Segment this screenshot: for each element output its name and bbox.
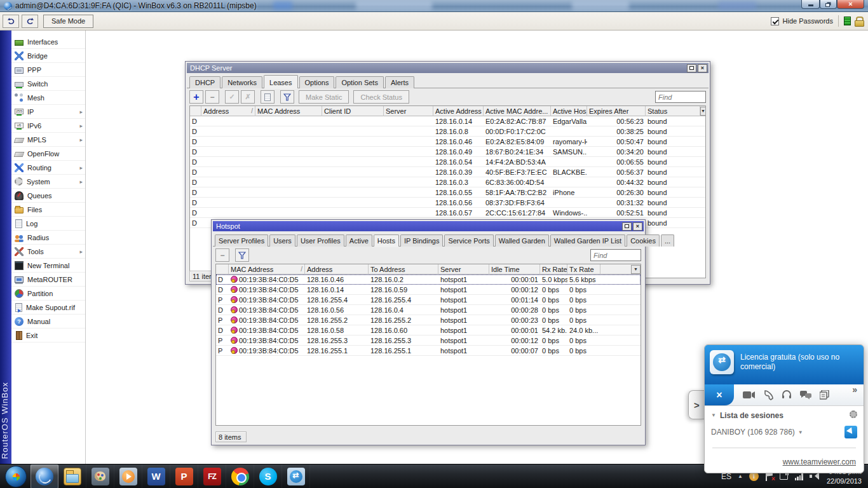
sidebar-item[interactable]: Switch bbox=[11, 77, 85, 91]
start-button[interactable] bbox=[5, 466, 27, 487]
column-header-mac[interactable]: MAC Address/ bbox=[229, 264, 305, 274]
remove-button[interactable]: − bbox=[215, 248, 229, 262]
sidebar-item[interactable]: Tools ▸ bbox=[11, 245, 85, 259]
add-button[interactable]: + bbox=[189, 90, 203, 104]
sidebar-item[interactable]: Partition bbox=[11, 287, 85, 301]
hotspot-tab[interactable]: ... bbox=[661, 234, 674, 247]
sidebar-item[interactable]: Queues bbox=[11, 189, 85, 203]
sidebar-item[interactable]: Make Supout.rif bbox=[11, 301, 85, 315]
column-header-expires[interactable]: Expires After bbox=[587, 106, 646, 116]
hotspot-tab[interactable]: Hosts bbox=[374, 234, 399, 247]
more-actions-icon[interactable]: » bbox=[852, 384, 864, 405]
hotspot-tab[interactable]: IP Bindings bbox=[400, 234, 443, 247]
dhcp-lease-row[interactable]: D 128.16.0.55 58:1F:AA:7B:C2:B2 iPhone 0… bbox=[190, 187, 705, 198]
hide-passwords-checkbox[interactable] bbox=[771, 17, 779, 25]
column-select-dropdown[interactable]: ▼ bbox=[700, 107, 706, 116]
sidebar-item[interactable]: 255 IP ▸ bbox=[11, 105, 85, 119]
phone-call-icon[interactable] bbox=[763, 390, 773, 400]
hotspot-host-row[interactable]: D 00:19:3B:84:C0:D5 128.16.0.46 128.16.0… bbox=[216, 274, 641, 285]
column-header-status[interactable]: Status bbox=[646, 106, 700, 116]
session-settings-gear-icon[interactable] bbox=[850, 410, 857, 420]
check-status-button[interactable]: Check Status bbox=[353, 90, 409, 104]
hotspot-tab[interactable]: User Profiles bbox=[297, 234, 344, 247]
sidebar-item[interactable]: Interfaces bbox=[11, 35, 85, 49]
hotspot-host-row[interactable]: D 00:19:3B:84:C0:D5 128.16.0.14 128.16.0… bbox=[216, 285, 641, 295]
hotspot-tab[interactable]: Users bbox=[269, 234, 295, 247]
hotspot-tab[interactable]: Active bbox=[346, 234, 372, 247]
video-call-icon[interactable] bbox=[743, 391, 755, 399]
sidebar-item[interactable]: Log bbox=[11, 217, 85, 231]
hotspot-host-row[interactable]: P 00:19:3B:84:C0:D5 128.16.255.2 128.16.… bbox=[216, 315, 641, 325]
taskbar-app-button[interactable] bbox=[114, 464, 142, 488]
sidebar-item[interactable]: Exit bbox=[11, 329, 85, 342]
comment-button[interactable] bbox=[261, 90, 275, 104]
dhcp-tab[interactable]: Leases bbox=[264, 75, 297, 88]
sidebar-item[interactable]: Routing ▸ bbox=[11, 161, 85, 175]
sidebar-item[interactable]: ? Manual bbox=[11, 315, 85, 329]
tv-close-tab[interactable]: × bbox=[705, 384, 734, 405]
hotspot-tab[interactable]: Walled Garden bbox=[495, 234, 549, 247]
flag-column-header[interactable] bbox=[190, 106, 201, 116]
taskbar-app-button[interactable] bbox=[58, 464, 86, 488]
dhcp-close-button[interactable]: × bbox=[698, 64, 707, 72]
taskbar-app-button[interactable] bbox=[226, 464, 254, 488]
dhcp-lease-row[interactable]: D 128.16.0.14 E0:2A:82:AC:7B:87 EdgarVal… bbox=[190, 116, 705, 126]
column-header-clientid[interactable]: Client ID bbox=[322, 106, 384, 116]
sidebar-item[interactable]: OpenFlow bbox=[11, 147, 85, 161]
undo-button[interactable] bbox=[3, 15, 19, 28]
filter-button[interactable] bbox=[280, 90, 294, 104]
column-header-active-address[interactable]: Active Address bbox=[433, 106, 484, 116]
taskbar-app-button[interactable] bbox=[86, 464, 114, 488]
session-item[interactable]: DANIBOY (106 928 786) ▼ bbox=[705, 423, 864, 441]
sidebar-item[interactable]: New Terminal bbox=[11, 259, 85, 273]
dhcp-tab[interactable]: Options bbox=[299, 76, 335, 88]
column-header-idle-time[interactable]: Idle Time bbox=[489, 264, 540, 274]
hotspot-find-input[interactable] bbox=[590, 249, 641, 261]
dhcp-lease-row[interactable]: D 128.16.0.39 40:5F:BE:F3:7E:EC BLACKBE.… bbox=[190, 167, 705, 177]
file-transfer-icon[interactable] bbox=[820, 390, 829, 400]
dhcp-tab[interactable]: Networks bbox=[222, 76, 262, 88]
sidebar-item[interactable]: MPLS ▸ bbox=[11, 133, 85, 147]
column-header-server[interactable]: Server bbox=[438, 264, 489, 274]
hotspot-host-row[interactable]: D 00:19:3B:84:C0:D5 128.16.0.58 128.16.0… bbox=[216, 325, 641, 336]
hotspot-close-button[interactable]: × bbox=[633, 222, 642, 231]
dhcp-lease-row[interactable]: D 128.16.0.49 18:67:B0:24:1E:34 SAMSUN..… bbox=[190, 147, 705, 157]
connect-cursor-button[interactable] bbox=[844, 426, 857, 438]
dhcp-maximize-button[interactable] bbox=[687, 64, 696, 72]
restore-button[interactable] bbox=[820, 0, 837, 9]
disable-button[interactable]: ✗ bbox=[241, 90, 255, 104]
column-header-tx-rate[interactable]: Tx Rate bbox=[567, 264, 600, 274]
minimize-button[interactable] bbox=[801, 0, 820, 9]
sidebar-item[interactable]: Mesh bbox=[11, 91, 85, 105]
hotspot-tab[interactable]: Service Ports bbox=[444, 234, 493, 247]
window-titlebar[interactable]: admin@D4:CA:6D:31:9F:FA (QIC) - WinBox v… bbox=[0, 0, 868, 12]
column-select-dropdown[interactable]: ▼ bbox=[631, 265, 641, 274]
hotspot-maximize-button[interactable] bbox=[622, 222, 632, 231]
dhcp-window-titlebar[interactable]: DHCP Server × bbox=[187, 63, 709, 73]
column-header-server[interactable]: Server bbox=[384, 106, 433, 116]
taskbar-app-button[interactable]: P bbox=[170, 464, 198, 488]
hotspot-tab[interactable]: Walled Garden IP List bbox=[550, 234, 625, 247]
safe-mode-button[interactable]: Safe Mode bbox=[43, 15, 93, 28]
taskbar-app-button[interactable] bbox=[282, 464, 310, 488]
hotspot-window-titlebar[interactable]: Hotspot × bbox=[213, 221, 644, 231]
dhcp-lease-row[interactable]: D 128.16.0.54 14:F4:2A:BD:53:4A 00:06:55… bbox=[190, 157, 705, 167]
dhcp-find-input[interactable] bbox=[655, 91, 706, 103]
flag-column-header[interactable] bbox=[216, 264, 229, 274]
column-header-mac[interactable]: MAC Address bbox=[255, 106, 322, 116]
sidebar-item[interactable]: PPP bbox=[11, 63, 85, 77]
enable-button[interactable]: ✓ bbox=[225, 90, 239, 104]
taskbar-app-button[interactable] bbox=[31, 464, 58, 488]
dhcp-lease-row[interactable]: D 128.16.0.57 2C:CC:15:61:27:84 Windows-… bbox=[190, 208, 705, 218]
remove-button[interactable]: − bbox=[205, 90, 219, 104]
dhcp-tab[interactable]: Alerts bbox=[385, 76, 414, 88]
hotspot-host-row[interactable]: P 00:19:3B:84:C0:D5 128.16.255.3 128.16.… bbox=[216, 336, 641, 346]
sidebar-item[interactable]: System ▸ bbox=[11, 175, 85, 189]
dhcp-tab[interactable]: Option Sets bbox=[336, 76, 383, 88]
filter-button[interactable] bbox=[235, 248, 249, 262]
hotspot-host-row[interactable]: P 00:19:3B:84:C0:D5 128.16.255.4 128.16.… bbox=[216, 295, 641, 305]
taskbar-app-button[interactable]: S bbox=[254, 464, 282, 488]
sidebar-item[interactable]: Bridge bbox=[11, 49, 85, 63]
taskbar-app-button[interactable]: W bbox=[142, 464, 170, 488]
sidebar-item[interactable]: Files bbox=[11, 203, 85, 217]
